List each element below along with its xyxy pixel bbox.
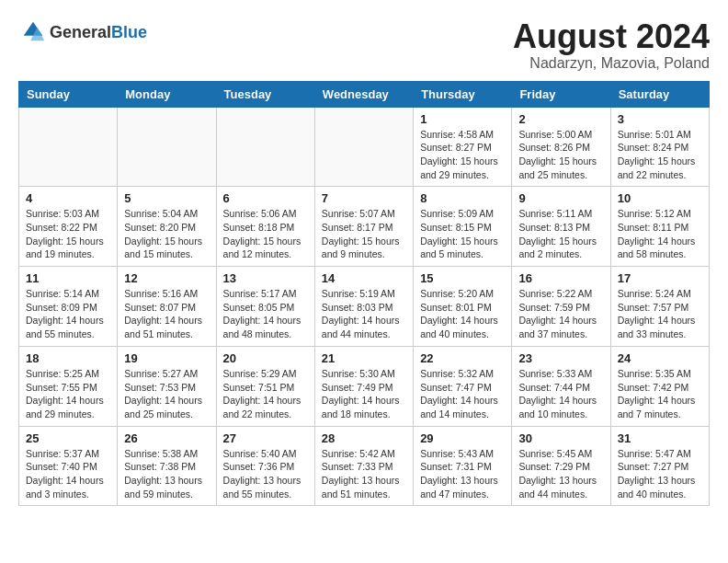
calendar-cell-w5-d2: 26Sunrise: 5:38 AM Sunset: 7:38 PM Dayli… [118,426,216,506]
week-row-5: 25Sunrise: 5:37 AM Sunset: 7:40 PM Dayli… [19,426,710,506]
day-number: 21 [322,351,406,365]
day-number: 26 [124,431,209,445]
day-info: Sunrise: 4:58 AM Sunset: 8:27 PM Dayligh… [420,128,505,182]
day-number: 5 [124,191,209,205]
day-number: 6 [223,191,308,205]
day-info: Sunrise: 5:38 AM Sunset: 7:38 PM Dayligh… [124,447,209,501]
day-number: 23 [518,351,603,365]
day-info: Sunrise: 5:01 AM Sunset: 8:24 PM Dayligh… [618,128,702,182]
day-number: 14 [322,271,406,285]
week-row-4: 18Sunrise: 5:25 AM Sunset: 7:55 PM Dayli… [19,346,710,426]
calendar-cell-w3-d4: 14Sunrise: 5:19 AM Sunset: 8:03 PM Dayli… [314,267,413,347]
day-number: 22 [420,351,505,365]
calendar-cell-w2-d7: 10Sunrise: 5:12 AM Sunset: 8:11 PM Dayli… [610,187,709,267]
day-info: Sunrise: 5:11 AM Sunset: 8:13 PM Dayligh… [518,207,603,261]
calendar-table: Sunday Monday Tuesday Wednesday Thursday… [18,81,710,507]
day-info: Sunrise: 5:17 AM Sunset: 8:05 PM Dayligh… [223,287,308,341]
day-info: Sunrise: 5:09 AM Sunset: 8:15 PM Dayligh… [420,207,505,261]
day-number: 11 [26,271,110,285]
calendar-cell-w1-d5: 1Sunrise: 4:58 AM Sunset: 8:27 PM Daylig… [414,107,512,187]
logo-general-text: General [50,23,111,41]
header: GeneralBlue August 2024 Nadarzyn, Mazovi… [18,18,710,72]
day-number: 24 [618,351,702,365]
header-wednesday: Wednesday [314,81,413,107]
calendar-cell-w5-d3: 27Sunrise: 5:40 AM Sunset: 7:36 PM Dayli… [216,426,314,506]
calendar-cell-w1-d2 [118,107,216,187]
day-number: 18 [26,351,110,365]
day-number: 17 [618,271,702,285]
header-saturday: Saturday [610,81,709,107]
location-subtitle: Nadarzyn, Mazovia, Poland [513,55,710,72]
day-number: 4 [26,191,110,205]
day-number: 29 [420,431,505,445]
header-friday: Friday [512,81,610,107]
day-number: 10 [618,191,702,205]
page: GeneralBlue August 2024 Nadarzyn, Mazovi… [0,0,728,524]
day-number: 7 [322,191,406,205]
day-info: Sunrise: 5:30 AM Sunset: 7:49 PM Dayligh… [322,367,406,421]
calendar-cell-w4-d7: 24Sunrise: 5:35 AM Sunset: 7:42 PM Dayli… [610,346,709,426]
logo-blue-text: Blue [111,23,147,41]
day-info: Sunrise: 5:19 AM Sunset: 8:03 PM Dayligh… [322,287,406,341]
calendar-cell-w3-d7: 17Sunrise: 5:24 AM Sunset: 7:57 PM Dayli… [610,267,709,347]
day-number: 27 [223,431,308,445]
calendar-cell-w1-d7: 3Sunrise: 5:01 AM Sunset: 8:24 PM Daylig… [610,107,709,187]
day-info: Sunrise: 5:43 AM Sunset: 7:31 PM Dayligh… [420,447,505,501]
day-info: Sunrise: 5:06 AM Sunset: 8:18 PM Dayligh… [223,207,308,261]
month-title: August 2024 [513,18,710,55]
calendar-cell-w3-d1: 11Sunrise: 5:14 AM Sunset: 8:09 PM Dayli… [19,267,118,347]
day-info: Sunrise: 5:20 AM Sunset: 8:01 PM Dayligh… [420,287,505,341]
calendar-cell-w1-d1 [19,107,118,187]
title-block: August 2024 Nadarzyn, Mazovia, Poland [513,18,710,72]
day-number: 19 [124,351,209,365]
day-info: Sunrise: 5:27 AM Sunset: 7:53 PM Dayligh… [124,367,209,421]
day-info: Sunrise: 5:40 AM Sunset: 7:36 PM Dayligh… [223,447,308,501]
calendar-cell-w2-d3: 6Sunrise: 5:06 AM Sunset: 8:18 PM Daylig… [216,187,314,267]
header-monday: Monday [118,81,216,107]
day-info: Sunrise: 5:24 AM Sunset: 7:57 PM Dayligh… [618,287,702,341]
day-info: Sunrise: 5:22 AM Sunset: 7:59 PM Dayligh… [518,287,603,341]
day-number: 12 [124,271,209,285]
day-number: 30 [518,431,603,445]
calendar-cell-w4-d5: 22Sunrise: 5:32 AM Sunset: 7:47 PM Dayli… [414,346,512,426]
calendar-cell-w4-d2: 19Sunrise: 5:27 AM Sunset: 7:53 PM Dayli… [118,346,216,426]
calendar-header-row: Sunday Monday Tuesday Wednesday Thursday… [19,81,710,107]
day-info: Sunrise: 5:07 AM Sunset: 8:17 PM Dayligh… [322,207,406,261]
calendar-cell-w5-d6: 30Sunrise: 5:45 AM Sunset: 7:29 PM Dayli… [512,426,610,506]
calendar-cell-w5-d4: 28Sunrise: 5:42 AM Sunset: 7:33 PM Dayli… [314,426,413,506]
day-number: 8 [420,191,505,205]
day-number: 31 [618,431,702,445]
day-info: Sunrise: 5:25 AM Sunset: 7:55 PM Dayligh… [26,367,110,421]
day-number: 9 [518,191,603,205]
calendar-cell-w2-d6: 9Sunrise: 5:11 AM Sunset: 8:13 PM Daylig… [512,187,610,267]
day-info: Sunrise: 5:32 AM Sunset: 7:47 PM Dayligh… [420,367,505,421]
logo-icon [20,18,46,44]
day-info: Sunrise: 5:14 AM Sunset: 8:09 PM Dayligh… [26,287,110,341]
calendar-cell-w1-d6: 2Sunrise: 5:00 AM Sunset: 8:26 PM Daylig… [512,107,610,187]
calendar-cell-w5-d5: 29Sunrise: 5:43 AM Sunset: 7:31 PM Dayli… [414,426,512,506]
day-info: Sunrise: 5:47 AM Sunset: 7:27 PM Dayligh… [618,447,702,501]
day-info: Sunrise: 5:37 AM Sunset: 7:40 PM Dayligh… [26,447,110,501]
calendar-cell-w2-d1: 4Sunrise: 5:03 AM Sunset: 8:22 PM Daylig… [19,187,118,267]
header-tuesday: Tuesday [216,81,314,107]
day-info: Sunrise: 5:00 AM Sunset: 8:26 PM Dayligh… [518,128,603,182]
day-number: 28 [322,431,406,445]
calendar-cell-w4-d4: 21Sunrise: 5:30 AM Sunset: 7:49 PM Dayli… [314,346,413,426]
day-number: 2 [518,112,603,126]
day-number: 20 [223,351,308,365]
week-row-1: 1Sunrise: 4:58 AM Sunset: 8:27 PM Daylig… [19,107,710,187]
week-row-3: 11Sunrise: 5:14 AM Sunset: 8:09 PM Dayli… [19,267,710,347]
day-info: Sunrise: 5:12 AM Sunset: 8:11 PM Dayligh… [618,207,702,261]
calendar-cell-w3-d3: 13Sunrise: 5:17 AM Sunset: 8:05 PM Dayli… [216,267,314,347]
calendar-cell-w5-d1: 25Sunrise: 5:37 AM Sunset: 7:40 PM Dayli… [19,426,118,506]
calendar-cell-w3-d6: 16Sunrise: 5:22 AM Sunset: 7:59 PM Dayli… [512,267,610,347]
calendar-cell-w4-d1: 18Sunrise: 5:25 AM Sunset: 7:55 PM Dayli… [19,346,118,426]
calendar-cell-w3-d5: 15Sunrise: 5:20 AM Sunset: 8:01 PM Dayli… [414,267,512,347]
week-row-2: 4Sunrise: 5:03 AM Sunset: 8:22 PM Daylig… [19,187,710,267]
calendar-cell-w5-d7: 31Sunrise: 5:47 AM Sunset: 7:27 PM Dayli… [610,426,709,506]
calendar-cell-w4-d3: 20Sunrise: 5:29 AM Sunset: 7:51 PM Dayli… [216,346,314,426]
calendar-cell-w3-d2: 12Sunrise: 5:16 AM Sunset: 8:07 PM Dayli… [118,267,216,347]
day-info: Sunrise: 5:16 AM Sunset: 8:07 PM Dayligh… [124,287,209,341]
day-number: 1 [420,112,505,126]
day-info: Sunrise: 5:42 AM Sunset: 7:33 PM Dayligh… [322,447,406,501]
